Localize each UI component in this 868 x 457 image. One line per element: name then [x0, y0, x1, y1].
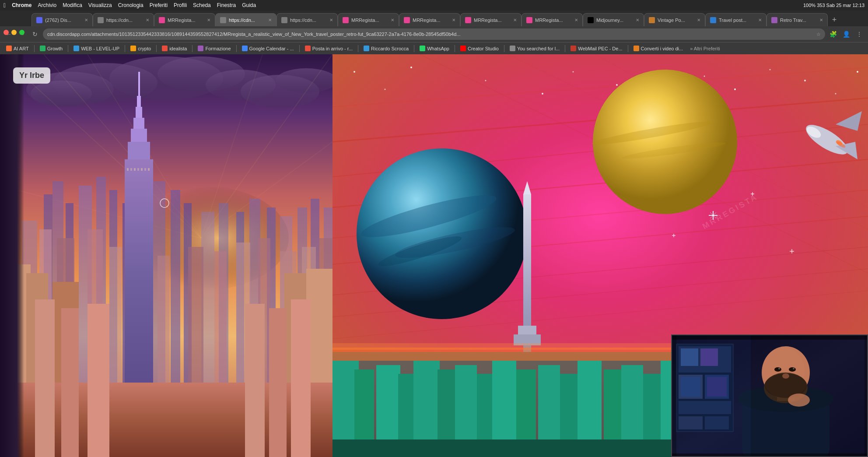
- bookmark-webmail-icon: [570, 46, 576, 51]
- tab-travel-close[interactable]: ×: [758, 17, 762, 23]
- tab-mrregista5[interactable]: MRRegista... ×: [522, 13, 583, 26]
- tab-mrregista2-label: MRRegista...: [351, 18, 388, 23]
- bookmarks-bar: AI ART Growth WEB - LEVEL-UP crypto idea…: [0, 42, 868, 54]
- bookmark-more[interactable]: » Altri Preferiti: [687, 45, 722, 52]
- tab-midjourney-close[interactable]: ×: [636, 17, 639, 23]
- main-content: Yr Irbe: [0, 54, 868, 457]
- bookmark-posta-label: Posta in arrivo - r...: [312, 46, 353, 51]
- profile-button[interactable]: 👤: [841, 29, 851, 39]
- menu-button[interactable]: ⋮: [854, 29, 864, 39]
- menu-modifica[interactable]: Modifica: [63, 2, 82, 8]
- bookmark-formazione-label: Formazione: [205, 46, 231, 51]
- bookmark-sep-11: [504, 45, 504, 52]
- menu-finestra[interactable]: Finestra: [217, 2, 236, 8]
- bookmark-crypto[interactable]: crypto: [128, 45, 154, 52]
- svg-rect-192: [672, 335, 751, 457]
- tab-retro-favicon: [771, 17, 777, 23]
- svg-rect-76: [61, 308, 79, 457]
- bookmark-idealista-label: idealista: [169, 46, 187, 51]
- tab-cdn1-close[interactable]: ×: [146, 17, 149, 23]
- new-tab-button[interactable]: +: [828, 13, 841, 26]
- menu-cronologia[interactable]: Cronologia: [118, 2, 144, 8]
- menu-guida[interactable]: Guida: [242, 2, 256, 8]
- bookmark-star-icon[interactable]: ☆: [816, 32, 821, 37]
- tab-mrregista3-close[interactable]: ×: [452, 17, 455, 23]
- tab-cdn1[interactable]: https://cdn... ×: [93, 13, 154, 26]
- svg-rect-54: [133, 118, 144, 129]
- tab-travel[interactable]: Travel post... ×: [705, 13, 766, 26]
- address-bar[interactable]: cdn.discordapp.com/attachments/101351233…: [43, 28, 825, 40]
- bookmark-whatsapp-label: WhatsApp: [427, 46, 449, 51]
- bookmark-creator-label: Creator Studio: [468, 46, 499, 51]
- tab-mrregista1[interactable]: MRRegista... ×: [154, 13, 215, 26]
- bookmark-crypto-icon: [130, 46, 136, 51]
- tab-mrregista4[interactable]: MRRegista... ×: [460, 13, 522, 26]
- svg-point-191: [788, 394, 810, 407]
- bookmark-web-label: WEB - LEVEL-UP: [81, 46, 119, 51]
- svg-rect-133: [518, 326, 536, 334]
- tab-vintage[interactable]: Vintage Po... ×: [644, 13, 705, 26]
- svg-rect-193: [672, 335, 868, 340]
- tab-retro[interactable]: Retro Trav... ×: [766, 13, 828, 26]
- bookmark-calendar[interactable]: Google Calendar - ...: [239, 45, 297, 52]
- tab-cdn2[interactable]: https://cdn... ×: [215, 13, 276, 26]
- bookmark-idealista[interactable]: idealista: [159, 45, 189, 52]
- tab-discord[interactable]: (2762) Dis... ×: [32, 13, 93, 26]
- username-text: Yr Irbe: [19, 71, 44, 80]
- tab-retro-close[interactable]: ×: [819, 17, 823, 23]
- tab-mrregista4-close[interactable]: ×: [513, 17, 517, 23]
- tab-cdn2-close[interactable]: ×: [268, 17, 272, 23]
- bookmark-searched[interactable]: You searched for l...: [507, 45, 562, 52]
- menubar-right: 100% 353 Sab 25 mar 12:13: [803, 3, 864, 8]
- tab-mrregista5-close[interactable]: ×: [574, 17, 578, 23]
- tab-midjourney[interactable]: Midjourney... ×: [583, 13, 644, 26]
- space-image: MRREGISTA: [332, 54, 868, 457]
- bookmark-webmail[interactable]: WebMail PEC - De...: [568, 45, 625, 52]
- bookmark-posta[interactable]: Posta in arrivo - r...: [302, 45, 355, 52]
- nyc-image: Yr Irbe: [0, 54, 332, 457]
- app-name[interactable]: Chrome: [12, 2, 32, 8]
- svg-point-112: [804, 80, 806, 81]
- tab-cdn3[interactable]: https://cdn... ×: [276, 13, 338, 26]
- tab-mrregista2-close[interactable]: ×: [391, 17, 394, 23]
- menu-archivio[interactable]: Archivio: [38, 2, 56, 8]
- svg-rect-196: [864, 335, 868, 457]
- tab-mrregista1-close[interactable]: ×: [207, 17, 210, 23]
- tab-vintage-close[interactable]: ×: [697, 17, 700, 23]
- svg-point-113: [835, 93, 836, 95]
- tab-mrregista2[interactable]: MRRegista... ×: [338, 13, 399, 26]
- svg-point-114: [857, 71, 858, 73]
- bookmark-converti[interactable]: Converti i video di...: [631, 45, 686, 52]
- bookmark-whatsapp-icon: [420, 46, 425, 51]
- bookmark-aiart[interactable]: AI ART: [4, 45, 32, 52]
- bookmark-creator[interactable]: Creator Studio: [458, 45, 501, 52]
- bookmark-riccardo-icon: [364, 46, 369, 51]
- bookmark-formazione[interactable]: Formazione: [195, 45, 233, 52]
- bookmark-creator-icon: [460, 46, 466, 51]
- bookmark-whatsapp[interactable]: WhatsApp: [417, 45, 452, 52]
- bookmark-aiart-icon: [6, 46, 12, 51]
- svg-rect-56: [137, 96, 141, 107]
- menu-scheda[interactable]: Scheda: [193, 2, 211, 8]
- tab-midjourney-label: Midjourney...: [596, 18, 633, 23]
- bookmark-converti-label: Converti i video di...: [641, 46, 683, 51]
- tab-mrregista1-favicon: [159, 17, 165, 23]
- tab-cdn3-close[interactable]: ×: [329, 17, 333, 23]
- bookmark-web[interactable]: WEB - LEVEL-UP: [71, 45, 122, 52]
- browser-chrome: (2762) Dis... × https://cdn... × MRRegis…: [0, 11, 868, 54]
- tab-discord-close[interactable]: ×: [84, 17, 88, 23]
- address-bar-row: ← → ↻ cdn.discordapp.com/attachments/101…: [0, 26, 868, 42]
- tab-mrregista3[interactable]: MRRegista... ×: [399, 13, 460, 26]
- svg-rect-64: [148, 168, 150, 171]
- menu-profili[interactable]: Profili: [174, 2, 187, 8]
- svg-rect-194: [672, 453, 868, 457]
- svg-point-109: [704, 76, 705, 77]
- menu-preferiti[interactable]: Preferiti: [150, 2, 168, 8]
- menu-visualizza[interactable]: Visualizza: [88, 2, 112, 8]
- reload-button[interactable]: ↻: [30, 29, 40, 39]
- bookmark-growth[interactable]: Growth: [37, 45, 65, 52]
- url-text: cdn.discordapp.com/attachments/101351233…: [47, 32, 816, 37]
- bookmark-riccardo[interactable]: Riccardo Scrocca: [361, 45, 411, 52]
- extensions-button[interactable]: 🧩: [828, 29, 838, 39]
- svg-rect-57: [138, 72, 140, 96]
